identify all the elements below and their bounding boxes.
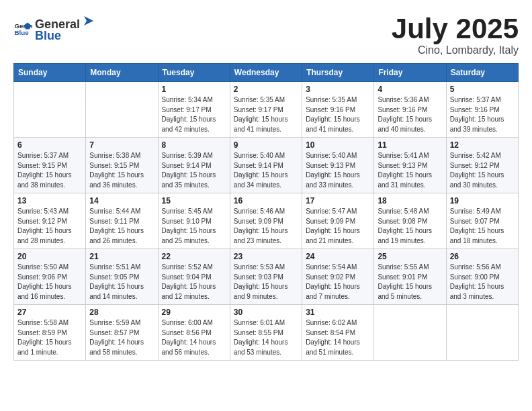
day-info: Sunrise: 5:39 AM Sunset: 9:14 PM Dayligh… (162, 151, 226, 190)
calendar-day-23: 23Sunrise: 5:53 AM Sunset: 9:03 PM Dayli… (230, 249, 302, 305)
svg-marker-3 (84, 16, 93, 26)
month-year-title: July 2025 (392, 13, 519, 44)
day-number: 30 (234, 308, 298, 317)
calendar-day-11: 11Sunrise: 5:41 AM Sunset: 9:13 PM Dayli… (374, 138, 446, 193)
day-info: Sunrise: 5:46 AM Sunset: 9:09 PM Dayligh… (234, 207, 298, 246)
calendar-day-2: 2Sunrise: 5:35 AM Sunset: 9:17 PM Daylig… (230, 82, 302, 138)
day-number: 18 (378, 196, 442, 205)
day-info: Sunrise: 5:58 AM Sunset: 8:59 PM Dayligh… (17, 318, 82, 357)
day-info: Sunrise: 5:54 AM Sunset: 9:02 PM Dayligh… (306, 263, 370, 302)
day-number: 15 (162, 196, 226, 205)
calendar-empty-cell (374, 305, 446, 361)
logo-arrow-icon (81, 13, 96, 28)
header: General Blue General Blue July 2025 Cino… (13, 13, 519, 56)
calendar-day-1: 1Sunrise: 5:34 AM Sunset: 9:17 PM Daylig… (158, 82, 230, 138)
weekday-header-sunday: Sunday (14, 64, 86, 82)
day-number: 10 (306, 140, 370, 150)
day-number: 21 (89, 252, 154, 261)
day-number: 20 (17, 252, 82, 261)
calendar-day-14: 14Sunrise: 5:44 AM Sunset: 9:11 PM Dayli… (86, 193, 158, 249)
calendar-day-3: 3Sunrise: 5:35 AM Sunset: 9:16 PM Daylig… (302, 82, 374, 138)
calendar-day-15: 15Sunrise: 5:45 AM Sunset: 9:10 PM Dayli… (158, 193, 230, 249)
day-number: 22 (162, 252, 226, 261)
title-area: July 2025 Cino, Lombardy, Italy (392, 13, 519, 56)
svg-text:Blue: Blue (14, 29, 29, 36)
calendar-empty-cell (14, 82, 86, 138)
day-info: Sunrise: 5:40 AM Sunset: 9:14 PM Dayligh… (234, 151, 298, 190)
day-info: Sunrise: 6:01 AM Sunset: 8:55 PM Dayligh… (234, 318, 298, 357)
calendar-day-20: 20Sunrise: 5:50 AM Sunset: 9:06 PM Dayli… (14, 249, 86, 305)
day-number: 12 (450, 140, 515, 150)
day-number: 6 (17, 140, 82, 150)
day-info: Sunrise: 5:53 AM Sunset: 9:03 PM Dayligh… (234, 263, 298, 302)
weekday-header-wednesday: Wednesday (230, 64, 302, 82)
logo: General Blue General Blue (13, 13, 96, 43)
day-info: Sunrise: 5:47 AM Sunset: 9:09 PM Dayligh… (306, 207, 370, 246)
day-info: Sunrise: 6:02 AM Sunset: 8:54 PM Dayligh… (306, 318, 370, 357)
day-number: 19 (450, 196, 515, 205)
day-number: 26 (450, 252, 515, 261)
day-number: 23 (234, 252, 298, 261)
day-info: Sunrise: 5:49 AM Sunset: 9:07 PM Dayligh… (450, 207, 515, 246)
day-info: Sunrise: 5:37 AM Sunset: 9:16 PM Dayligh… (450, 95, 515, 134)
calendar-day-8: 8Sunrise: 5:39 AM Sunset: 9:14 PM Daylig… (158, 138, 230, 193)
day-number: 29 (162, 308, 226, 317)
calendar-week-row: 20Sunrise: 5:50 AM Sunset: 9:06 PM Dayli… (14, 249, 519, 305)
weekday-header-monday: Monday (86, 64, 158, 82)
day-number: 5 (450, 85, 515, 94)
calendar-day-9: 9Sunrise: 5:40 AM Sunset: 9:14 PM Daylig… (230, 138, 302, 193)
day-info: Sunrise: 5:37 AM Sunset: 9:15 PM Dayligh… (17, 151, 82, 190)
day-number: 9 (234, 140, 298, 150)
weekday-header-saturday: Saturday (446, 64, 518, 82)
day-number: 16 (234, 196, 298, 205)
calendar-day-10: 10Sunrise: 5:40 AM Sunset: 9:13 PM Dayli… (302, 138, 374, 193)
calendar-day-21: 21Sunrise: 5:51 AM Sunset: 9:05 PM Dayli… (86, 249, 158, 305)
calendar-week-row: 6Sunrise: 5:37 AM Sunset: 9:15 PM Daylig… (14, 138, 519, 193)
calendar-day-31: 31Sunrise: 6:02 AM Sunset: 8:54 PM Dayli… (302, 305, 374, 361)
day-number: 2 (234, 85, 298, 94)
day-info: Sunrise: 5:41 AM Sunset: 9:13 PM Dayligh… (378, 151, 442, 190)
weekday-header-tuesday: Tuesday (158, 64, 230, 82)
weekday-header-row: SundayMondayTuesdayWednesdayThursdayFrid… (14, 64, 519, 82)
calendar-empty-cell (86, 82, 158, 138)
day-info: Sunrise: 5:52 AM Sunset: 9:04 PM Dayligh… (162, 263, 226, 302)
calendar-day-18: 18Sunrise: 5:48 AM Sunset: 9:08 PM Dayli… (374, 193, 446, 249)
day-info: Sunrise: 5:35 AM Sunset: 9:17 PM Dayligh… (234, 95, 298, 134)
day-info: Sunrise: 5:34 AM Sunset: 9:17 PM Dayligh… (162, 95, 226, 134)
day-number: 13 (17, 196, 82, 205)
day-number: 11 (378, 140, 442, 150)
day-info: Sunrise: 5:56 AM Sunset: 9:00 PM Dayligh… (450, 263, 515, 302)
day-info: Sunrise: 5:48 AM Sunset: 9:08 PM Dayligh… (378, 207, 442, 246)
calendar-day-22: 22Sunrise: 5:52 AM Sunset: 9:04 PM Dayli… (158, 249, 230, 305)
day-number: 27 (17, 308, 82, 317)
day-number: 4 (378, 85, 442, 94)
day-number: 25 (378, 252, 442, 261)
calendar-table: SundayMondayTuesdayWednesdayThursdayFrid… (13, 63, 519, 361)
day-info: Sunrise: 5:38 AM Sunset: 9:15 PM Dayligh… (89, 151, 154, 190)
weekday-header-thursday: Thursday (302, 64, 374, 82)
logo-icon: General Blue (13, 19, 32, 38)
day-number: 1 (162, 85, 226, 94)
day-info: Sunrise: 5:35 AM Sunset: 9:16 PM Dayligh… (306, 95, 370, 134)
day-info: Sunrise: 5:36 AM Sunset: 9:16 PM Dayligh… (378, 95, 442, 134)
calendar-day-26: 26Sunrise: 5:56 AM Sunset: 9:00 PM Dayli… (446, 249, 518, 305)
calendar-day-24: 24Sunrise: 5:54 AM Sunset: 9:02 PM Dayli… (302, 249, 374, 305)
calendar-day-25: 25Sunrise: 5:55 AM Sunset: 9:01 PM Dayli… (374, 249, 446, 305)
day-info: Sunrise: 5:50 AM Sunset: 9:06 PM Dayligh… (17, 263, 82, 302)
calendar-week-row: 13Sunrise: 5:43 AM Sunset: 9:12 PM Dayli… (14, 193, 519, 249)
day-number: 14 (89, 196, 154, 205)
day-number: 24 (306, 252, 370, 261)
calendar-week-row: 27Sunrise: 5:58 AM Sunset: 8:59 PM Dayli… (14, 305, 519, 361)
day-info: Sunrise: 5:59 AM Sunset: 8:57 PM Dayligh… (89, 318, 154, 357)
calendar-day-29: 29Sunrise: 6:00 AM Sunset: 8:56 PM Dayli… (158, 305, 230, 361)
calendar-day-6: 6Sunrise: 5:37 AM Sunset: 9:15 PM Daylig… (14, 138, 86, 193)
day-info: Sunrise: 5:44 AM Sunset: 9:11 PM Dayligh… (89, 207, 154, 246)
day-number: 3 (306, 85, 370, 94)
calendar-day-19: 19Sunrise: 5:49 AM Sunset: 9:07 PM Dayli… (446, 193, 518, 249)
day-number: 8 (162, 140, 226, 150)
calendar-empty-cell (446, 305, 518, 361)
day-info: Sunrise: 5:51 AM Sunset: 9:05 PM Dayligh… (89, 263, 154, 302)
location-subtitle: Cino, Lombardy, Italy (392, 44, 519, 56)
day-info: Sunrise: 5:40 AM Sunset: 9:13 PM Dayligh… (306, 151, 370, 190)
weekday-header-friday: Friday (374, 64, 446, 82)
